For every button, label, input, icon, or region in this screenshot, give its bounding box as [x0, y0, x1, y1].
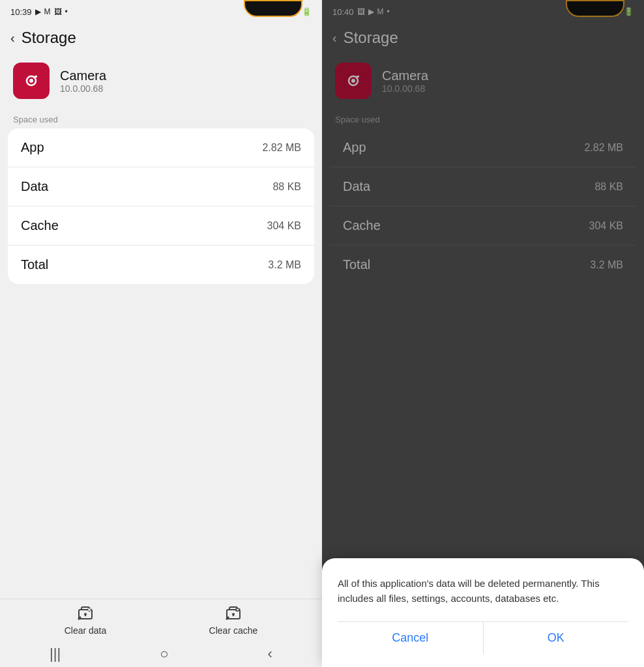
row-value-cache-left: 304 KB — [267, 220, 301, 232]
right-panel: 10:40 🖼 ▶ M • 📶 📡 🔋 ‹ Storage Camera — [322, 0, 644, 667]
table-row: Cache 304 KB — [8, 206, 314, 246]
app-info-left: Camera 10.0.00.68 — [0, 52, 322, 104]
row-label-total-left: Total — [21, 257, 48, 272]
section-label-left: Space used — [0, 104, 322, 128]
sb-icon-gallery-left: 🖼 — [54, 7, 62, 16]
table-row: Data 88 KB — [8, 167, 314, 206]
time-left: 10:39 — [10, 7, 32, 17]
storage-card-left: App 2.82 MB Data 88 KB Cache 304 KB Tota… — [8, 128, 314, 284]
nav-bar-left: ||| ○ ‹ — [0, 641, 322, 667]
clear-data-button[interactable]: Clear data — [65, 604, 107, 636]
page-title-left: Storage — [22, 29, 76, 47]
sb-icon-gmail-left: M — [44, 7, 51, 16]
confirm-dialog: All of this application's data will be d… — [322, 558, 644, 667]
table-row: App 2.82 MB — [8, 128, 314, 167]
clear-cache-label: Clear cache — [209, 625, 258, 636]
sb-icon-dot-left: • — [65, 7, 68, 16]
row-value-total-left: 3.2 MB — [268, 259, 301, 271]
sb-icon-youtube-left: ▶ — [35, 7, 41, 16]
svg-rect-3 — [35, 76, 37, 78]
dialog-cancel-button[interactable]: Cancel — [338, 622, 483, 654]
row-label-data-left: Data — [21, 179, 48, 194]
clear-data-label: Clear data — [65, 625, 107, 636]
header-left: ‹ Storage — [0, 21, 322, 52]
left-panel: 10:39 ▶ M 🖼 • 📶 📡 🔋 ‹ Storage Camera — [0, 0, 322, 667]
dialog-ok-button[interactable]: OK — [483, 622, 629, 654]
clear-cache-button[interactable]: Clear cache — [209, 604, 258, 636]
table-row: Total 3.2 MB — [8, 246, 314, 284]
bottom-bar-left: Clear data Clear cache — [0, 599, 322, 641]
dialog-message: All of this application's data will be d… — [338, 576, 628, 606]
svg-point-2 — [29, 79, 33, 83]
row-value-app-left: 2.82 MB — [262, 142, 301, 154]
row-label-app-left: App — [21, 140, 44, 155]
nav-back-left[interactable]: ‹ — [268, 646, 272, 662]
camera-pill-left — [244, 0, 302, 17]
app-details-left: Camera 10.0.00.68 — [60, 68, 106, 94]
dialog-overlay: All of this application's data will be d… — [322, 0, 644, 667]
row-label-cache-left: Cache — [21, 218, 59, 233]
status-time-left: 10:39 ▶ M 🖼 • — [10, 7, 68, 17]
app-version-left: 10.0.00.68 — [60, 83, 106, 94]
app-name-left: Camera — [60, 68, 106, 83]
row-value-data-left: 88 KB — [272, 181, 301, 193]
battery-icon-left: 🔋 — [302, 7, 312, 16]
dialog-buttons: Cancel OK — [338, 621, 628, 654]
nav-recent-left[interactable]: ||| — [50, 646, 61, 662]
back-button-left[interactable]: ‹ — [10, 31, 15, 46]
nav-home-left[interactable]: ○ — [160, 646, 168, 662]
app-icon-left — [13, 63, 50, 99]
